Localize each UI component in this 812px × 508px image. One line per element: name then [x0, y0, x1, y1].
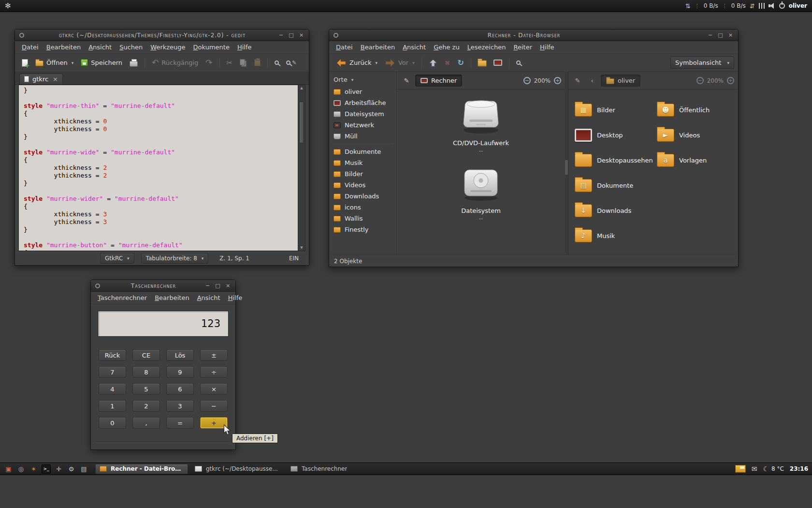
stop-button[interactable]: ✖ [442, 57, 453, 69]
undo-button[interactable]: ↶Rückgängig [149, 57, 201, 69]
redo-button[interactable]: ↷ [203, 57, 215, 69]
place-icons[interactable]: icons [329, 202, 396, 213]
place-dokumente[interactable]: Dokumente [329, 146, 396, 157]
folder-öffentlich[interactable]: ☻Öffentlich [657, 97, 738, 122]
minimize-button[interactable]: − [707, 32, 713, 38]
scroll-up-icon[interactable]: ▲ [298, 86, 305, 90]
cut-button[interactable]: ✂ [224, 57, 236, 69]
close-button[interactable]: × [298, 32, 304, 38]
place-finestly[interactable]: Finestly [329, 224, 396, 235]
gedit-titlebar[interactable]: gtkrc (~/Desktopaussehen/Themes/Finestly… [15, 30, 309, 41]
workspace-pager-icon[interactable] [735, 465, 746, 473]
scrollbar-thumb[interactable] [299, 102, 304, 143]
tools-icon[interactable]: ✛ [54, 464, 63, 474]
menu-bearbeiten[interactable]: Bearbeiten [151, 293, 193, 303]
calc-button-9[interactable]: 9 [166, 366, 194, 378]
folder-bilder[interactable]: ▦Bilder [575, 97, 657, 122]
edit-location-button[interactable]: ✎ [401, 75, 412, 87]
tab-gtkrc[interactable]: gtkrc × [19, 74, 63, 84]
folder-dokumente[interactable]: ▤Dokumente [575, 173, 657, 198]
network-applet-icon[interactable]: ⇵ [750, 2, 755, 10]
calc-button-0[interactable]: 0 [99, 417, 126, 429]
edit-location-button[interactable]: ✎ [572, 75, 583, 87]
location-button-rechner[interactable]: Rechner [415, 75, 462, 87]
username[interactable]: oliver [789, 2, 807, 9]
taskbar-window-gtkrc-desktopausse[interactable]: gtkrc (~/Desktopausse... [191, 464, 284, 474]
menu-ansicht[interactable]: Ansicht [85, 42, 116, 52]
right-pane-content[interactable]: ▦BilderDesktopDesktopaussehen▤Dokumente↓… [568, 90, 738, 255]
place-videos[interactable]: Videos [329, 179, 396, 191]
menu-ansicht[interactable]: Ansicht [399, 42, 430, 52]
folder-downloads[interactable]: ↓Downloads [575, 198, 657, 223]
file-browser-titlebar[interactable]: Rechner - Datei-Browser − □ × [329, 30, 738, 41]
forward-button[interactable]: Vor ▾ [382, 57, 418, 69]
zoom-out-button[interactable]: − [523, 77, 531, 84]
calc-button-1[interactable]: 1 [99, 400, 126, 412]
menu-gehe-zu[interactable]: Gehe zu [430, 42, 464, 52]
view-mode-select[interactable]: Symbolansicht ▾ [670, 57, 734, 69]
calc-button-op-3[interactable]: ± [200, 349, 228, 361]
tab-width-select[interactable]: Tabulatorbreite: 8▾ [141, 253, 209, 264]
copy-button[interactable] [237, 57, 250, 69]
zoom-in-button[interactable]: + [727, 77, 734, 84]
maximize-button[interactable]: □ [288, 32, 294, 38]
menu-ansicht[interactable]: Ansicht [193, 293, 224, 303]
menu-lesezeichen[interactable]: Lesezeichen [464, 42, 510, 52]
editor-scrollbar[interactable]: ▲ ▼ [298, 85, 305, 251]
search-replace-button[interactable]: ✎ [283, 58, 299, 68]
folder-vorlagen[interactable]: aVorlagen [657, 148, 738, 173]
menu-werkzeuge[interactable]: Werkzeuge [146, 42, 189, 52]
search-button[interactable] [513, 59, 523, 67]
close-button[interactable]: × [727, 32, 734, 38]
menu-hilfe[interactable]: Hilfe [224, 293, 246, 303]
pane-splitter-handle[interactable] [565, 160, 568, 175]
save-button[interactable]: Speichern [78, 57, 125, 68]
minimize-button[interactable]: − [278, 32, 284, 38]
calc-button-op-7[interactable]: ÷ [200, 366, 228, 378]
power-icon[interactable] [779, 3, 785, 9]
place-müll[interactable]: Müll [329, 131, 396, 142]
web-browser-icon[interactable]: ◎ [16, 464, 26, 474]
menu-hilfe[interactable]: Hilfe [536, 42, 558, 52]
folder-desktopaussehen[interactable]: Desktopaussehen [575, 148, 657, 173]
desktop[interactable]: { "colors": { "desktop_bg": "#3d3d3d", "… [0, 0, 812, 508]
calculator-titlebar[interactable]: Taschenrechner − □ × [91, 280, 235, 292]
places-header[interactable]: Orte ▾ [329, 74, 396, 86]
print-button[interactable] [127, 57, 141, 69]
place-oliver[interactable]: oliver [329, 86, 396, 97]
folder-desktop[interactable]: Desktop [575, 122, 657, 148]
calc-button-op-15[interactable]: − [200, 400, 228, 412]
device-cd-dvd-laufwerk[interactable]: CD/DVD-Laufwerk-- [425, 98, 536, 154]
scroll-down-icon[interactable]: ▼ [298, 246, 305, 250]
weather-applet[interactable]: ☾ 8 °C [763, 465, 783, 473]
clock[interactable]: 23:16 [790, 465, 808, 472]
calc-button-op-18[interactable]: = [166, 417, 194, 429]
maximize-button[interactable]: □ [717, 32, 724, 38]
session-icon[interactable]: ✻ [5, 1, 11, 10]
minimize-button[interactable]: − [204, 283, 211, 289]
show-desktop-icon[interactable]: ▣ [4, 464, 13, 474]
window-menu-icon[interactable] [334, 33, 338, 38]
tab-close-icon[interactable]: × [53, 75, 58, 83]
up-button[interactable] [426, 57, 440, 69]
menu-taschenrechner[interactable]: Taschenrechner [94, 293, 151, 303]
terminal-icon[interactable]: >_ [42, 464, 51, 474]
menu-reiter[interactable]: Reiter [510, 42, 536, 52]
calc-button-op-17[interactable]: , [132, 417, 160, 429]
place-wallis[interactable]: Wallis [329, 213, 396, 224]
maximize-button[interactable]: □ [215, 283, 221, 289]
calc-button-5[interactable]: 5 [132, 383, 160, 395]
place-bilder[interactable]: Bilder [329, 168, 396, 179]
place-netzwerk[interactable]: Netzwerk [329, 120, 396, 131]
crumb-scroll-left-button[interactable]: ‹ [586, 75, 598, 87]
left-pane-content[interactable]: CD/DVD-Laufwerk--Dateisystem-- [397, 90, 565, 255]
file-manager-icon[interactable]: ▤ [79, 464, 88, 474]
menu-bearbeiten[interactable]: Bearbeiten [43, 42, 85, 52]
chevron-down-icon[interactable]: ▾ [375, 60, 377, 65]
calc-button-3[interactable]: 3 [166, 400, 194, 412]
place-musik[interactable]: Musik [329, 157, 396, 168]
search-button[interactable] [272, 59, 282, 67]
folder-musik[interactable]: ♪Musik [575, 223, 657, 248]
new-document-button[interactable] [19, 57, 31, 69]
menu-datei[interactable]: Datei [332, 42, 357, 52]
